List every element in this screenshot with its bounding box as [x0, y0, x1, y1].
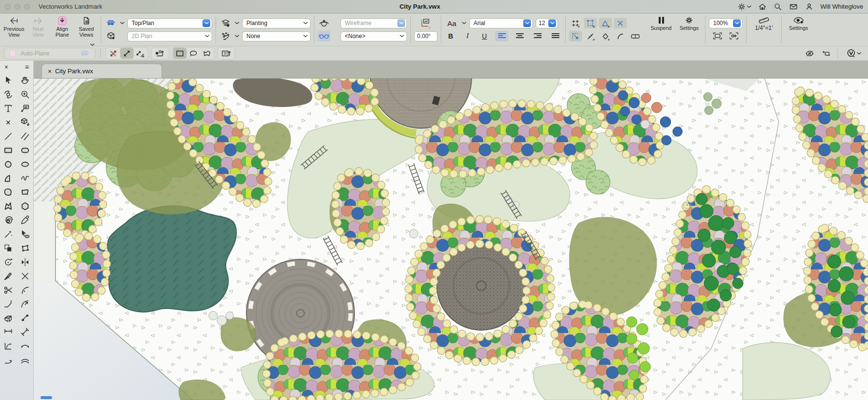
account-sync-button[interactable] — [843, 48, 864, 59]
minimize-window-button[interactable] — [14, 4, 20, 10]
marquee-contain-mode[interactable] — [218, 48, 234, 59]
next-view-button[interactable]: Next View — [27, 14, 49, 45]
zoom-level-dropdown[interactable]: 100% — [709, 18, 743, 28]
view-mode-dropdown[interactable]: Top/Plan — [127, 18, 212, 28]
active-class-dropdown[interactable]: Planting — [242, 18, 311, 28]
auto-plane-chip[interactable]: Auto-Plane — [4, 48, 95, 59]
align-center-button[interactable] — [513, 31, 526, 41]
select-similar-tool[interactable] — [1, 227, 15, 240]
chevron-down-icon[interactable] — [733, 19, 741, 27]
gear-menu-button[interactable] — [737, 2, 751, 11]
view-bar-button[interactable] — [105, 18, 117, 28]
symmetric-scaling-mode[interactable] — [120, 48, 134, 59]
snap-to-grid-point-button[interactable] — [599, 31, 612, 41]
tab-close-button[interactable]: × — [48, 67, 52, 75]
render-style-button[interactable] — [318, 31, 330, 41]
flyover-tool[interactable] — [1, 88, 15, 101]
bold-button[interactable]: B — [445, 31, 457, 41]
rectangle-marquee-mode[interactable] — [173, 48, 187, 59]
circle-tool[interactable] — [1, 158, 15, 171]
projection-button[interactable] — [105, 31, 117, 41]
offset-tool[interactable] — [18, 297, 32, 310]
radial-dimension-tool[interactable] — [1, 339, 15, 352]
angular-dimension-tool[interactable] — [18, 325, 32, 338]
rounded-rectangle-tool[interactable] — [18, 144, 32, 157]
zoom-tool[interactable] — [18, 88, 32, 101]
plan-mode-dropdown[interactable]: 2D Plan — [127, 31, 212, 41]
mail-button[interactable] — [789, 2, 798, 11]
move-by-points-mode[interactable] — [152, 48, 168, 59]
snap-to-angle-button[interactable] — [599, 18, 612, 28]
stake-tool[interactable] — [18, 116, 32, 129]
rotation-input[interactable]: 0.00° — [414, 31, 437, 41]
palette-menu-button[interactable]: ≡ — [25, 63, 29, 71]
snap-to-grid-button[interactable] — [569, 18, 582, 28]
scaling-disabled-mode[interactable] — [107, 48, 120, 59]
snap-loupe-button[interactable] — [629, 31, 642, 41]
class-option-dropdown[interactable]: None — [242, 31, 311, 41]
shell-solid-tool[interactable] — [1, 311, 15, 324]
snap-to-object-button[interactable] — [584, 18, 597, 28]
polygon-marquee-mode[interactable] — [200, 48, 214, 59]
regular-polygon-tool[interactable] — [18, 200, 32, 213]
chevron-down-icon[interactable] — [203, 19, 210, 27]
dimension-tool[interactable] — [1, 325, 15, 338]
zoom-window-button[interactable] — [24, 4, 30, 10]
curve-dimension-tool[interactable] — [18, 353, 32, 366]
axis-orientation-button[interactable]: Y x — [420, 18, 432, 29]
suspend-button[interactable]: Suspend — [648, 14, 675, 45]
saved-views-button[interactable]: Saved Views — [75, 14, 97, 45]
view-settings-button[interactable]: Settings — [785, 14, 812, 45]
visibility-toggle-button[interactable] — [803, 48, 816, 59]
x-tool[interactable] — [1, 116, 15, 129]
fit-to-objects-button[interactable] — [728, 31, 740, 41]
polygon-tool[interactable] — [18, 186, 32, 199]
split-tool[interactable] — [1, 269, 15, 282]
snap-to-tangent-button[interactable] — [614, 31, 627, 41]
snap-to-distance-button[interactable] — [584, 31, 597, 41]
selection-tool[interactable] — [1, 74, 15, 87]
mirror-tool[interactable] — [18, 255, 32, 268]
constrain-tool[interactable] — [1, 353, 15, 366]
align-plane-button[interactable]: Align Plane — [51, 14, 73, 45]
smart-edge-snap-button[interactable] — [569, 31, 582, 41]
spiral-tool[interactable] — [1, 213, 15, 227]
drawing-scale-button[interactable]: 1/4"=1' — [750, 14, 778, 45]
pan-tool[interactable] — [18, 74, 32, 87]
lasso-marquee-mode[interactable] — [187, 48, 200, 59]
arc-tool[interactable] — [1, 172, 15, 185]
text-tool[interactable] — [1, 102, 15, 115]
freehand-tool[interactable] — [18, 172, 32, 185]
settings-button[interactable]: Settings — [677, 14, 702, 45]
arc-length-dimension-tool[interactable] — [18, 339, 32, 352]
underline-button[interactable]: U — [478, 31, 490, 41]
font-size-dropdown[interactable]: 12 — [536, 18, 558, 28]
previous-view-button[interactable]: Previous View — [3, 14, 25, 45]
fillet-tool[interactable] — [18, 283, 32, 296]
class-stack-button[interactable] — [219, 18, 232, 28]
home-button[interactable] — [758, 2, 767, 11]
render-mode-button[interactable] — [318, 18, 330, 28]
rotate-tool[interactable] — [1, 255, 15, 268]
drawing-canvas[interactable]: .bed-base{fill:#cfc29b;opacity:.9} .bed-… — [34, 79, 868, 400]
chevron-down-icon[interactable] — [548, 19, 556, 27]
trim-tool[interactable] — [1, 283, 15, 296]
align-justify-button[interactable] — [549, 31, 562, 41]
horizontal-scrollbar-thumb[interactable] — [41, 396, 52, 399]
eyedropper-tool[interactable] — [18, 213, 32, 227]
line-tool[interactable] — [1, 130, 15, 143]
duplicate-array-tool[interactable] — [1, 241, 15, 254]
render-mode-dropdown[interactable]: Wireframe — [340, 18, 407, 28]
visibility-tool[interactable] — [18, 227, 32, 240]
star-tool[interactable] — [1, 200, 15, 213]
delete-tool[interactable] — [18, 269, 32, 282]
snap-to-intersection-button[interactable] — [614, 18, 627, 28]
italic-button[interactable]: I — [461, 31, 474, 41]
fit-to-page-button[interactable] — [711, 31, 724, 41]
tsquare-toggle-button[interactable] — [819, 48, 833, 59]
asymmetric-scaling-mode[interactable] — [134, 48, 147, 59]
search-button[interactable] — [773, 2, 782, 11]
account-button[interactable] — [805, 2, 814, 11]
callout-tool[interactable] — [18, 102, 32, 115]
double-line-tool[interactable] — [18, 130, 32, 143]
